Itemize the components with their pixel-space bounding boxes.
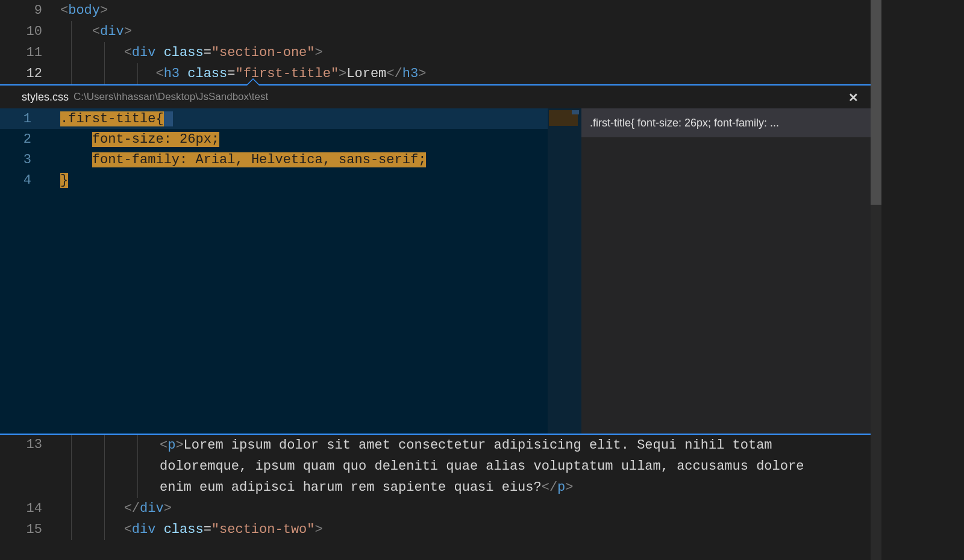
peek-minimap[interactable] [548, 108, 581, 434]
editor-root: 9<body>10 <div>11 <div class="section-on… [0, 0, 871, 560]
line-number: 4 [0, 173, 60, 188]
line-number: 10 [0, 24, 60, 39]
indent-guide [71, 519, 72, 540]
indent-guide [71, 21, 72, 42]
peek-arrow-icon [246, 78, 260, 86]
top-code-block[interactable]: 9<body>10 <div>11 <div class="section-on… [0, 0, 871, 84]
peek-results-list[interactable]: .first-title{ font-size: 26px; font-fami… [581, 108, 871, 434]
code-line[interactable]: 15 <div class="section-two"> [0, 519, 871, 540]
line-number: 13 [0, 435, 60, 452]
code-line[interactable]: 14 </div> [0, 498, 871, 519]
line-number: 3 [0, 152, 60, 167]
line-number: 12 [0, 66, 60, 81]
code-line[interactable]: 12 <h3 class="first-title">Lorem</h3> [0, 63, 871, 84]
minimap-selection [572, 110, 579, 114]
peek-file-path: C:\Users\hhassan\Desktop\JsSandbox\test [74, 91, 268, 103]
line-number: 1 [0, 111, 60, 126]
peek-code-line[interactable]: 1.first-title{ [0, 108, 548, 129]
vertical-scrollbar[interactable] [871, 0, 881, 560]
code-line[interactable]: 13<p>Lorem ipsum dolor sit amet consecte… [0, 435, 871, 498]
peek-header: styles.css C:\Users\hhassan\Desktop\JsSa… [0, 86, 871, 108]
code-line[interactable]: 11 <div class="section-one"> [0, 42, 871, 63]
peek-result-text: .first-title{ font-size: 26px; font-fami… [590, 117, 779, 129]
peek-code-line[interactable]: 4} [0, 170, 548, 190]
peek-code-line[interactable]: 2 font-size: 26px; [0, 129, 548, 149]
indent-guide [71, 63, 72, 84]
indent-guide [104, 42, 105, 63]
scrollbar-thumb[interactable] [871, 0, 881, 205]
line-number: 2 [0, 132, 60, 147]
indent-guide [104, 435, 105, 498]
bottom-code-block[interactable]: 13<p>Lorem ipsum dolor sit amet consecte… [0, 435, 871, 540]
peek-file-name: styles.css [22, 91, 69, 104]
line-number: 9 [0, 3, 60, 18]
peek-view: styles.css C:\Users\hhassan\Desktop\JsSa… [0, 84, 871, 435]
indent-guide [71, 498, 72, 519]
peek-code-line[interactable]: 3 font-family: Arial, Helvetica, sans-se… [0, 149, 548, 170]
indent-guide [137, 435, 138, 498]
indent-guide [104, 63, 105, 84]
indent-guide [71, 42, 72, 63]
line-number: 11 [0, 45, 60, 60]
peek-body: 1.first-title{ 2 font-size: 26px;3 font-… [0, 108, 871, 434]
code-line[interactable]: 9<body> [0, 0, 871, 21]
indent-guide [137, 63, 138, 84]
peek-result-item[interactable]: .first-title{ font-size: 26px; font-fami… [581, 108, 871, 137]
line-number: 15 [0, 522, 60, 537]
code-line[interactable]: 10 <div> [0, 21, 871, 42]
peek-editor[interactable]: 1.first-title{ 2 font-size: 26px;3 font-… [0, 108, 548, 434]
line-number: 14 [0, 501, 60, 516]
close-icon[interactable]: ✕ [848, 90, 859, 105]
indent-guide [104, 498, 105, 519]
indent-guide [71, 435, 72, 498]
indent-guide [104, 519, 105, 540]
peek-sash[interactable] [256, 108, 258, 434]
